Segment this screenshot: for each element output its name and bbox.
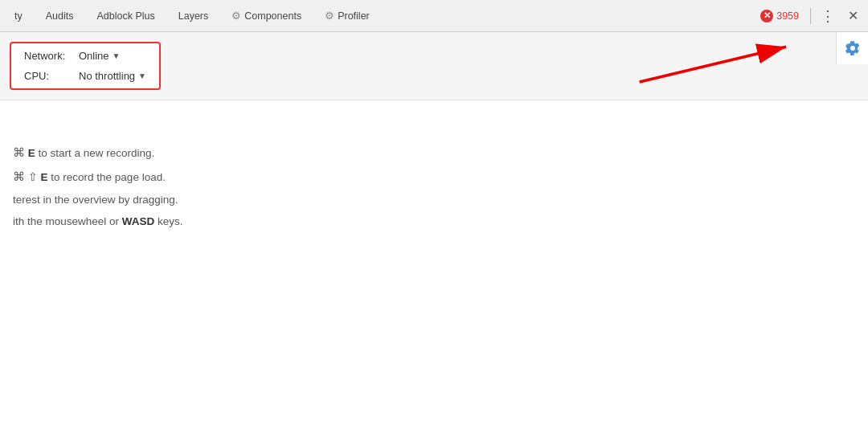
error-circle-icon: ✕: [760, 10, 773, 22]
network-select[interactable]: Online ▼: [79, 50, 120, 62]
key-e-2: E: [41, 171, 48, 183]
tab-separator: [810, 8, 811, 24]
close-button[interactable]: ✕: [841, 8, 865, 23]
settings-gear-icon: [845, 40, 861, 56]
cpu-label: CPU:: [24, 70, 72, 82]
error-count: 3959: [776, 10, 799, 22]
profiler-icon: ⚙: [325, 10, 334, 22]
toolbar-inner: Network: Online ▼ CPU: No throttling ▼: [0, 32, 868, 100]
hint-text-4-pre: ith the mousewheel or: [13, 215, 122, 227]
tab-ty-label: ty: [14, 10, 23, 22]
tab-adblock-label: Adblock Plus: [96, 10, 154, 22]
tab-profiler[interactable]: ⚙ Profiler: [313, 0, 382, 32]
tab-audits[interactable]: Audits: [35, 0, 86, 32]
shift-symbol: ⇧: [28, 171, 38, 183]
cpu-row: CPU: No throttling ▼: [24, 70, 146, 82]
hint-line-2: ⌘ ⇧ E to record the page load.: [13, 165, 855, 189]
cpu-value: No throttling: [79, 70, 135, 82]
key-e-1: E: [28, 147, 35, 159]
main-content: ⌘ E to start a new recording. ⌘ ⇧ E to r…: [0, 100, 868, 429]
hint-line-1: ⌘ E to start a new recording.: [13, 141, 855, 165]
gear-small-icon: ⚙: [231, 10, 241, 22]
hint-line-3: terest in the overview by dragging.: [13, 189, 855, 210]
tab-components-label: Components: [244, 10, 301, 22]
network-dropdown-arrow: ▼: [113, 51, 121, 60]
toolbar-area: Network: Online ▼ CPU: No throttling ▼: [0, 32, 868, 100]
tab-layers[interactable]: Layers: [167, 0, 221, 32]
cpu-select[interactable]: No throttling ▼: [79, 70, 146, 82]
error-badge[interactable]: ✕ 3959: [752, 10, 807, 22]
hint-text-2: to record the page load.: [51, 171, 166, 183]
hint-text-1: to start a new recording.: [39, 147, 155, 159]
hint-lines: ⌘ E to start a new recording. ⌘ ⇧ E to r…: [13, 141, 855, 232]
tab-ty[interactable]: ty: [3, 0, 35, 32]
cpu-dropdown-arrow: ▼: [138, 72, 146, 80]
tab-layers-label: Layers: [178, 10, 209, 22]
settings-box: Network: Online ▼ CPU: No throttling ▼: [10, 42, 161, 90]
tab-bar: ty Audits Adblock Plus Layers ⚙ Componen…: [0, 0, 868, 32]
hint-text-4-post: keys.: [154, 215, 182, 227]
hint-text-4-bold: WASD: [122, 215, 155, 227]
network-value: Online: [79, 50, 109, 62]
settings-gear-button[interactable]: [836, 32, 868, 64]
tab-adblock[interactable]: Adblock Plus: [85, 0, 166, 32]
tab-profiler-label: Profiler: [338, 10, 370, 22]
tab-components[interactable]: ⚙ Components: [220, 0, 313, 32]
network-label: Network:: [24, 50, 72, 62]
hint-text-3: terest in the overview by dragging.: [13, 194, 178, 206]
cmd-symbol-1: ⌘: [13, 145, 25, 159]
network-row: Network: Online ▼: [24, 50, 146, 62]
more-options-button[interactable]: ⋮: [814, 7, 841, 25]
tab-audits-label: Audits: [46, 10, 74, 22]
cmd-symbol-2: ⌘: [13, 170, 25, 183]
hint-line-4: ith the mousewheel or WASD keys.: [13, 210, 855, 232]
